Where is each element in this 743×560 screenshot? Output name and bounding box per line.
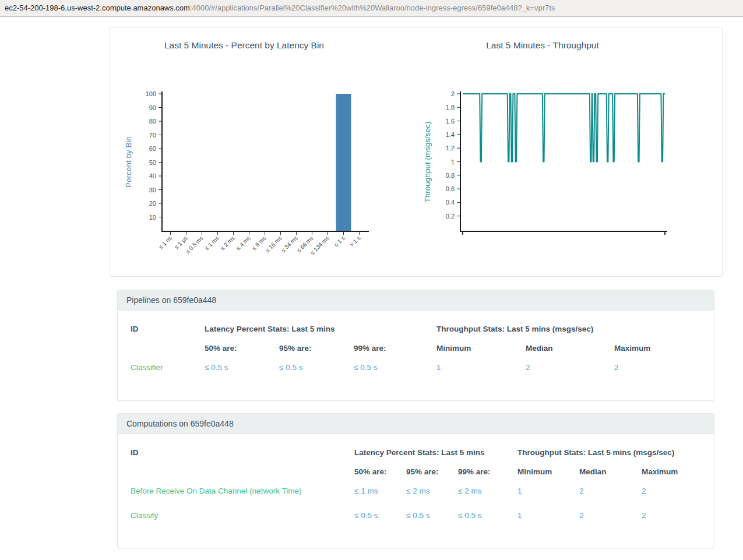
pipelines-col-id: ID	[131, 325, 205, 344]
latency-bin-bar-chart: 102030405060708090100≤ 1 ns≤ 1 µs≤ 0.5 m…	[123, 82, 385, 274]
pipeline-p95-link[interactable]: ≤ 0.5 s	[279, 363, 302, 372]
browser-address-bar[interactable]: ec2-54-200-198-6.us-west-2.compute.amazo…	[0, 0, 743, 17]
svg-text:0.8: 0.8	[446, 172, 455, 179]
computation-p99-link[interactable]: ≤ 2 ms	[458, 487, 481, 495]
svg-text:60: 60	[149, 145, 156, 152]
throughput-chart-title: Last 5 Minutes - Throughput	[420, 40, 665, 51]
computations-col-max: Maximum	[642, 467, 714, 487]
pipeline-p50-link[interactable]: ≤ 0.5 s	[205, 363, 228, 372]
computation-min-link[interactable]: 1	[517, 487, 522, 495]
svg-text:≤ 1 ns: ≤ 1 ns	[157, 235, 173, 251]
svg-text:1.6: 1.6	[446, 118, 455, 125]
pipelines-col-throughput-group: Throughput Stats: Last 5 mins (msgs/sec)	[436, 325, 714, 344]
svg-text:≤ 1 s: ≤ 1 s	[333, 235, 346, 248]
svg-text:> 1 s: > 1 s	[348, 235, 362, 248]
table-row: Classifier	[131, 363, 205, 388]
computations-panel-title: Computations on 659fe0a448	[118, 414, 714, 434]
computations-col-median: Median	[579, 467, 642, 487]
pipelines-col-max: Maximum	[614, 344, 714, 363]
pipeline-max-link[interactable]: 2	[614, 363, 619, 372]
svg-text:80: 80	[149, 118, 156, 125]
pipeline-p99-link[interactable]: ≤ 0.5 s	[354, 363, 377, 372]
pipelines-panel-title: Pipelines on 659fe0a448	[118, 290, 714, 311]
dashboard-page: Last 5 Minutes - Percent by Latency Bin …	[0, 17, 743, 560]
svg-text:1: 1	[451, 159, 455, 165]
computations-col-throughput-group: Throughput Stats: Last 5 mins (msgs/sec)	[517, 448, 714, 467]
pipelines-table: ID Latency Percent Stats: Last 5 mins Th…	[131, 325, 714, 388]
computation-id-link[interactable]: Before Receive On Data Channel (network …	[131, 487, 301, 495]
computation-max-link[interactable]: 2	[642, 487, 646, 495]
table-row: Before Receive On Data Channel (network …	[131, 487, 354, 511]
computation-p50-link[interactable]: ≤ 0.5 s	[354, 511, 378, 520]
svg-text:≤ 4 ms: ≤ 4 ms	[235, 235, 252, 252]
throughput-line-chart: 0.20.40.60.811.21.41.61.82Throughput (ms…	[420, 82, 694, 274]
svg-text:≤ 1 ms: ≤ 1 ms	[203, 235, 220, 252]
svg-text:1.2: 1.2	[446, 145, 455, 152]
url-path: :4000/#/applications/Parallel%20Classifi…	[190, 3, 555, 12]
computation-p95-link[interactable]: ≤ 0.5 s	[406, 511, 429, 520]
svg-text:100: 100	[146, 90, 156, 97]
svg-text:Throughput (msgs/sec): Throughput (msgs/sec)	[423, 122, 432, 203]
pipelines-panel: Pipelines on 659fe0a448 ID Latency Perce…	[117, 290, 714, 401]
pipelines-col-median: Median	[526, 344, 614, 363]
computations-panel: Computations on 659fe0a448 ID Latency Pe…	[117, 413, 714, 548]
computation-id-link[interactable]: Classify	[131, 511, 158, 520]
computations-col-p99: 99% are:	[458, 467, 517, 487]
svg-text:Percent by Bin: Percent by Bin	[124, 136, 133, 188]
charts-panel: Last 5 Minutes - Percent by Latency Bin …	[110, 27, 723, 277]
svg-text:0.6: 0.6	[446, 185, 455, 192]
computation-median-link[interactable]: 2	[579, 511, 584, 520]
svg-text:1.4: 1.4	[446, 131, 455, 138]
computations-col-id: ID	[131, 448, 354, 467]
computation-max-link[interactable]: 2	[642, 511, 646, 520]
url-host: ec2-54-200-198-6.us-west-2.compute.amazo…	[5, 3, 190, 12]
computation-p95-link[interactable]: ≤ 2 ms	[406, 487, 429, 495]
computation-min-link[interactable]: 1	[517, 511, 522, 520]
svg-text:0.2: 0.2	[446, 213, 455, 220]
latency-bin-chart-title: Last 5 Minutes - Percent by Latency Bin	[116, 40, 372, 51]
computation-p50-link[interactable]: ≤ 1 ms	[354, 487, 378, 495]
svg-text:1.8: 1.8	[446, 104, 455, 111]
svg-text:0.4: 0.4	[446, 199, 455, 206]
svg-text:50: 50	[149, 159, 156, 166]
svg-text:30: 30	[149, 186, 156, 193]
pipeline-median-link[interactable]: 2	[526, 363, 530, 372]
svg-text:40: 40	[149, 172, 156, 179]
svg-text:≤ 2 ms: ≤ 2 ms	[219, 235, 236, 252]
pipelines-col-p95: 95% are:	[279, 344, 354, 363]
computation-median-link[interactable]: 2	[579, 487, 584, 495]
svg-text:2: 2	[451, 90, 455, 97]
computations-col-latency-group: Latency Percent Stats: Last 5 mins	[354, 448, 517, 467]
pipeline-min-link[interactable]: 1	[436, 363, 441, 372]
pipeline-id-link[interactable]: Classifier	[131, 363, 163, 372]
svg-text:≤ 16 ms: ≤ 16 ms	[264, 235, 283, 254]
pipelines-col-latency-group: Latency Percent Stats: Last 5 mins	[205, 325, 436, 344]
pipelines-col-p50: 50% are:	[205, 344, 279, 363]
computations-col-min: Minimum	[517, 467, 579, 487]
computations-col-p95: 95% are:	[406, 467, 458, 487]
table-row: Classify	[131, 511, 354, 536]
computations-col-p50: 50% are:	[354, 467, 406, 487]
svg-text:10: 10	[149, 214, 156, 221]
pipelines-col-min: Minimum	[436, 344, 526, 363]
computations-table: ID Latency Percent Stats: Last 5 mins Th…	[131, 448, 714, 536]
pipelines-col-p99: 99% are:	[354, 344, 436, 363]
computation-p99-link[interactable]: ≤ 0.5 s	[458, 511, 481, 520]
svg-text:20: 20	[149, 200, 156, 207]
svg-text:70: 70	[149, 132, 156, 139]
svg-text:90: 90	[149, 104, 156, 111]
svg-text:≤ 34 ms: ≤ 34 ms	[280, 235, 299, 254]
